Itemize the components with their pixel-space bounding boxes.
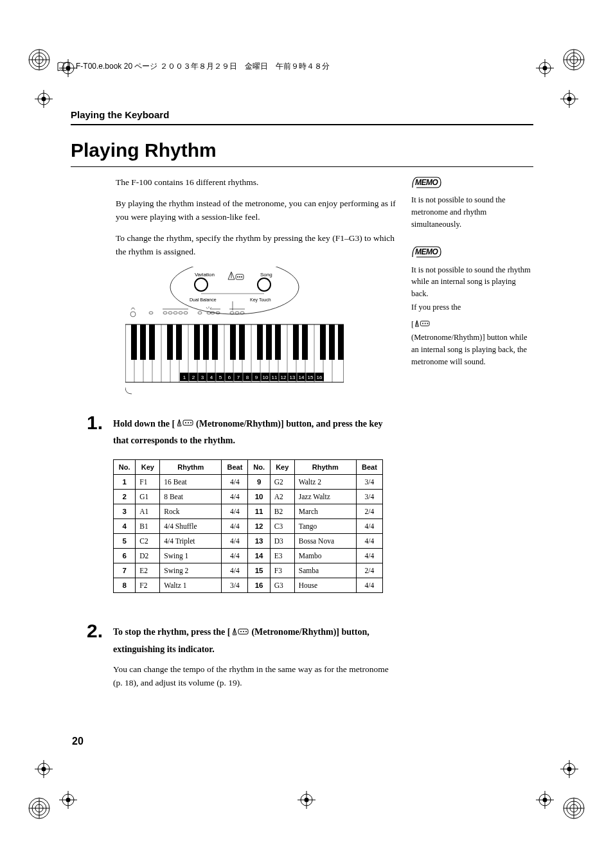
svg-text:1: 1 [183,375,186,380]
metronome-icon [415,319,431,331]
svg-rect-93 [239,324,245,360]
cell-no: 5 [114,534,136,549]
step-number: 2. [71,621,103,641]
svg-text:9: 9 [255,375,258,380]
cell-beat: 3/4 [222,578,248,593]
text: (Metronome/Rhythm)] button while an inte… [411,332,533,368]
svg-text:7: 7 [237,375,240,380]
cell-no: 3 [114,504,136,519]
svg-text:Song: Song [260,272,272,278]
svg-point-47 [173,312,177,314]
cell-beat: 4/4 [356,549,382,563]
svg-text:8: 8 [246,375,249,380]
svg-rect-99 [320,324,326,360]
cell-no: 4 [114,519,136,534]
memo-text: It is not possible to sound the metronom… [411,194,533,230]
regmark-icon [536,791,554,809]
metronome-icon [177,416,194,432]
keyboard-diagram: Variation Song Dual Balance Key Touch [71,267,398,398]
cell-rhythm: March [294,504,356,519]
svg-rect-85 [140,324,146,360]
th-beat: Beat [356,460,382,475]
cell-beat: 2/4 [356,504,382,519]
cell-no: 2 [114,490,136,504]
cell-beat: 4/4 [356,534,382,549]
svg-rect-84 [131,324,137,360]
cell-beat: 4/4 [356,578,382,593]
cell-key: C3 [270,519,294,534]
svg-point-146 [425,323,426,324]
rule [71,166,533,167]
svg-rect-89 [194,324,200,360]
text: [ [411,319,414,331]
memo-text: [ (Metronome/Rhythm)] button while an in… [411,319,533,368]
rule [71,124,533,125]
cell-key: A1 [136,504,160,519]
svg-rect-88 [176,324,182,360]
cell-beat: 3/4 [356,475,382,490]
svg-point-145 [422,323,423,324]
cell-rhythm: Waltz 1 [160,578,222,593]
cell-key: G3 [270,578,294,593]
body-text: You can change the tempo of the rhythm i… [113,663,398,690]
step-text: Hold down the [ (Metronome/Rhythm)] butt… [113,416,398,450]
cell-beat: 4/4 [222,549,248,563]
svg-rect-100 [329,324,335,360]
cell-rhythm: Waltz 2 [294,475,356,490]
cell-key: E3 [270,549,294,563]
body-text: The F-100 contains 16 different rhythms. [116,176,398,190]
svg-text:11: 11 [272,375,278,380]
svg-text:12: 12 [281,375,287,380]
cell-no: 1 [114,475,136,490]
cell-rhythm: House [294,578,356,593]
table-row: 3A1Rock4/411B2March2/4 [114,504,383,519]
th-key: Key [136,460,160,475]
svg-text:16: 16 [317,375,323,380]
cell-rhythm: Swing 1 [160,549,222,563]
svg-point-136 [188,422,189,423]
cell-key: D2 [136,549,160,563]
regmark-icon [536,59,554,77]
cell-key: B2 [270,504,294,519]
svg-rect-92 [230,324,236,360]
svg-text:14: 14 [299,375,305,380]
table-row: 5C24/4 Triplet4/413D3Bossa Nova4/4 [114,534,383,549]
cell-key: A2 [270,490,294,504]
cell-key: G1 [136,490,160,504]
cell-no: 12 [248,519,270,534]
table-row: 2G18 Beat4/410A2Jazz Waltz3/4 [114,490,383,504]
memo-text: It is not possible to sound the rhythm w… [411,264,533,300]
table-row: 4B14/4 Shuffle4/412C3Tango4/4 [114,519,383,534]
svg-text:15: 15 [308,375,314,380]
svg-point-53 [230,312,234,314]
cell-no: 15 [248,563,270,578]
cell-key: B1 [136,519,160,534]
svg-point-50 [198,312,202,314]
th-key: Key [270,460,294,475]
cell-rhythm: Swing 2 [160,563,222,578]
svg-point-33 [195,278,208,291]
svg-point-135 [185,422,186,423]
page-number: 20 [72,736,84,747]
cell-no: 10 [248,490,270,504]
svg-text:MEMO: MEMO [415,178,438,187]
regmark-icon [560,90,578,108]
cell-beat: 3/4 [356,490,382,504]
cell-no: 8 [114,578,136,593]
cell-beat: 4/4 [222,490,248,504]
step-text: To stop the rhythm, press the [ (Metrono… [113,624,398,658]
svg-rect-91 [212,324,218,360]
svg-text:4: 4 [210,375,213,380]
print-header: F-T00.e.book 20 ページ ２００３年８月２９日 金曜日 午前９時４… [57,61,330,72]
regmark-icon [560,760,578,778]
svg-rect-96 [275,324,281,360]
cell-rhythm: 4/4 Triplet [160,534,222,549]
body-text: By playing the rhythm instead of the met… [116,197,398,224]
regmark-icon [298,791,315,809]
svg-rect-94 [257,324,263,360]
svg-text:3: 3 [201,375,204,380]
cell-no: 9 [248,475,270,490]
corner-tl-icon [26,46,53,73]
cell-no: 14 [248,549,270,563]
svg-point-137 [190,422,191,423]
